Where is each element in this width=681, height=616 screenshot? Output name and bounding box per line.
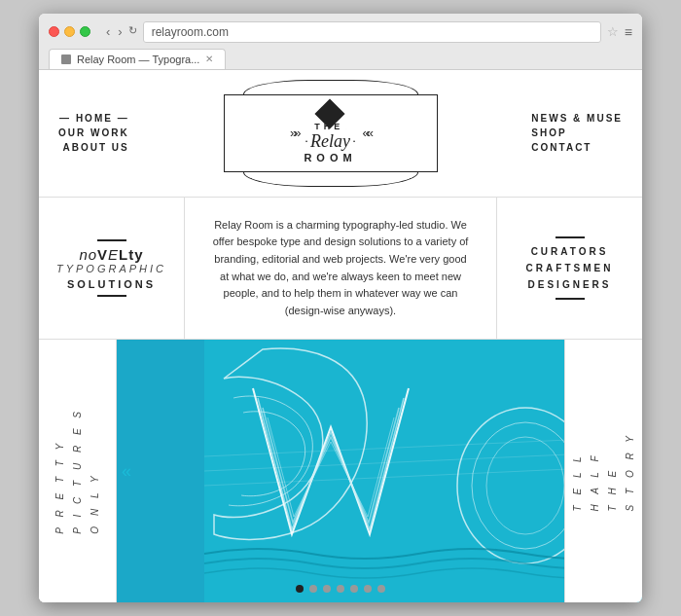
dot-6[interactable] <box>364 585 372 593</box>
slider-section: P R E T T YP I C T U R E SO N L Y <box>39 340 642 602</box>
left-vertical-text: P R E T T YP I C T U R E SO N L Y <box>52 408 104 534</box>
nav-news[interactable]: NEWS & MUSE <box>531 113 623 124</box>
tab-close-icon[interactable]: ✕ <box>205 54 213 64</box>
tab-bar: Relay Room — Typogra... ✕ <box>49 49 632 69</box>
about-text: Relay Room is a charming typography-led … <box>209 217 472 320</box>
browser-controls: ‹ › ↻ relayroom.com ☆ ≡ <box>49 21 632 43</box>
bookmark-icon[interactable]: ☆ <box>607 24 619 39</box>
slider-graphic <box>117 340 642 602</box>
menu-icon[interactable]: ≡ <box>625 24 632 40</box>
back-button[interactable]: ‹ <box>104 24 112 39</box>
prev-arrow-icon: « <box>122 461 131 481</box>
close-button[interactable] <box>49 26 59 37</box>
maximize-button[interactable] <box>80 26 90 37</box>
tab-favicon <box>61 54 71 64</box>
label-curators: CURATORS <box>531 246 609 257</box>
dot-3[interactable] <box>323 585 331 593</box>
tab-title: Relay Room — Typogra... <box>77 54 199 65</box>
nav-contact[interactable]: CONTACT <box>531 142 623 153</box>
nav-buttons: ‹ › ↻ <box>104 24 137 39</box>
dot-4[interactable] <box>337 585 344 593</box>
dot-7[interactable] <box>377 585 385 593</box>
logo-relay: Relay <box>310 131 350 152</box>
mid-section: noVELty TYPOGRAPHIC SOLUTIONS Relay Room… <box>39 198 642 341</box>
logo-right-arrows: «« <box>363 126 371 140</box>
right-vertical-text: T E L LH A L FT H ES T O R Y <box>569 432 639 511</box>
mid-right-panel: CURATORS CRAFTSMEN DESIGNERS <box>496 198 642 340</box>
site-header: — HOME — OUR WORK ABOUT US »» <box>39 70 642 198</box>
browser-window: ‹ › ↻ relayroom.com ☆ ≡ Relay Room — Typ… <box>39 14 642 603</box>
logo-left-arrows: »» <box>290 126 298 140</box>
right-line-bottom <box>556 298 585 300</box>
right-navigation: NEWS & MUSE SHOP CONTACT <box>531 109 623 157</box>
slider-image: « » <box>117 340 642 602</box>
website-content: — HOME — OUR WORK ABOUT US »» <box>39 69 642 603</box>
url-text: relayroom.com <box>152 25 592 39</box>
traffic-lights <box>49 26 90 37</box>
slider-prev-button[interactable]: « <box>122 461 131 482</box>
nav-our-work[interactable]: OUR WORK <box>58 127 129 138</box>
slider-right-panel: T E L LH A L FT H ES T O R Y <box>564 340 642 602</box>
decorative-line-bottom <box>97 295 126 297</box>
novelty-title: noVELty <box>79 246 143 263</box>
slider-dots <box>296 585 385 593</box>
minimize-button[interactable] <box>64 26 75 37</box>
nav-home[interactable]: — HOME — <box>58 113 129 124</box>
novelty-subtitle: TYPOGRAPHIC <box>56 263 166 274</box>
browser-chrome: ‹ › ↻ relayroom.com ☆ ≡ Relay Room — Typ… <box>39 14 642 69</box>
mid-left-panel: noVELty TYPOGRAPHIC SOLUTIONS <box>39 198 185 340</box>
logo-room: ROOM <box>304 152 356 163</box>
nav-about-us[interactable]: ABOUT US <box>58 142 129 153</box>
left-navigation: — HOME — OUR WORK ABOUT US <box>58 109 129 157</box>
right-line-top <box>556 236 585 238</box>
refresh-icon: ↻ <box>128 24 137 39</box>
dot-2[interactable] <box>309 585 317 593</box>
dot-1[interactable] <box>296 585 304 593</box>
address-bar[interactable]: relayroom.com <box>143 21 601 43</box>
decorative-line-top <box>97 239 126 241</box>
slider-left-panel: P R E T T YP I C T U R E SO N L Y <box>39 340 117 602</box>
active-tab[interactable]: Relay Room — Typogra... ✕ <box>49 49 226 69</box>
novelty-solutions: SOLUTIONS <box>67 278 156 290</box>
forward-button[interactable]: › <box>116 24 124 39</box>
label-craftsmen: CRAFTSMEN <box>526 263 614 273</box>
dot-5[interactable] <box>350 585 358 593</box>
label-designers: DESIGNERS <box>528 279 612 290</box>
nav-shop[interactable]: SHOP <box>531 127 623 138</box>
mid-center-panel: Relay Room is a charming typography-led … <box>185 198 496 340</box>
